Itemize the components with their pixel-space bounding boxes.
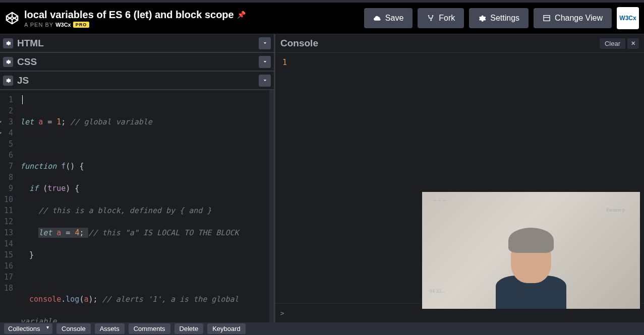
pro-badge: PRO (73, 22, 90, 28)
footer-bar: Collections Console Assets Comments Dele… (0, 322, 644, 335)
line-num: 1 (0, 94, 13, 105)
pen-title-text: local variables of ES 6 (let) and block … (24, 9, 234, 21)
js-panel-header[interactable]: JS (0, 72, 274, 90)
line-gutter: 1 2 ▾3 ▾4 5 6 7 8 9 10 11 12 13 14 15 16… (0, 90, 16, 322)
js-gear-button[interactable] (3, 76, 13, 86)
css-gear-button[interactable] (3, 57, 13, 67)
save-button[interactable]: Save (364, 8, 413, 28)
pen-title: local variables of ES 6 (let) and block … (24, 9, 359, 21)
js-code-editor[interactable]: 1 2 ▾3 ▾4 5 6 7 8 9 10 11 12 13 14 15 16… (0, 90, 274, 322)
avatar-text: W3Cx (619, 15, 636, 22)
footer-keyboard-button[interactable]: Keyboard (207, 323, 246, 334)
fork-icon (427, 14, 435, 22)
cloud-icon (373, 14, 381, 22)
main-area: HTML CSS JS 1 2 (0, 34, 644, 322)
css-panel-title: CSS (17, 56, 255, 68)
pen-byline: A PEN BY W3Cx PRO (24, 22, 359, 28)
line-num: 17 (0, 272, 13, 283)
whiteboard-text: ～～～ (432, 197, 447, 204)
fork-label: Fork (439, 14, 455, 23)
app-header: local variables of ES 6 (let) and block … (0, 3, 644, 34)
html-gear-button[interactable] (3, 38, 13, 48)
svg-rect-3 (544, 16, 550, 21)
author-link[interactable]: W3Cx (55, 22, 71, 28)
text-cursor (22, 95, 23, 104)
console-output-line: 1 (282, 58, 287, 67)
code-body[interactable]: let a = 1; // global variable function f… (16, 90, 274, 322)
line-num: 18 (0, 283, 13, 294)
css-dropdown-button[interactable] (259, 56, 271, 68)
console-pane: Console Clear 1 > ～～～ Params p 04 33... (275, 34, 644, 322)
title-block: local variables of ES 6 (let) and block … (24, 9, 359, 28)
line-num: 14 (0, 238, 13, 249)
codepen-logo[interactable] (5, 11, 19, 25)
collections-select[interactable]: Collections (4, 323, 52, 334)
line-num: 12 (0, 216, 13, 227)
webcam-person (496, 225, 566, 306)
gear-icon (6, 40, 11, 46)
editor-pane: HTML CSS JS 1 2 (0, 34, 275, 322)
whiteboard-text: 04 33... (430, 288, 445, 294)
settings-label: Settings (490, 14, 519, 23)
line-num: 15 (0, 249, 13, 260)
chevron-down-icon (262, 78, 268, 83)
js-panel-title: JS (17, 75, 255, 86)
gear-icon (6, 59, 11, 64)
line-num: 11 (0, 205, 13, 216)
console-title: Console (280, 38, 600, 49)
html-dropdown-button[interactable] (259, 37, 271, 49)
change-view-button[interactable]: Change View (534, 8, 612, 28)
prompt-arrow-icon: > (280, 309, 284, 317)
line-num: 13 (0, 227, 13, 238)
footer-assets-button[interactable]: Assets (95, 323, 125, 334)
chevron-down-icon (262, 40, 268, 46)
gear-icon (6, 78, 11, 83)
line-num: 7 (0, 161, 13, 172)
footer-comments-button[interactable]: Comments (129, 323, 170, 334)
header-buttons: Save Fork Settings Change View W3Cx (364, 7, 639, 29)
footer-console-button[interactable]: Console (56, 323, 91, 334)
line-num: 8 (0, 172, 13, 183)
whiteboard-text: Params p (606, 207, 625, 213)
line-num: ▾3 (0, 116, 13, 127)
gear-icon (478, 14, 486, 22)
pin-icon[interactable]: 📌 (237, 11, 246, 19)
save-label: Save (385, 14, 403, 23)
close-icon (630, 40, 636, 46)
console-clear-button[interactable]: Clear (600, 38, 625, 49)
js-dropdown-button[interactable] (259, 75, 271, 87)
line-num: 16 (0, 260, 13, 272)
line-num: 10 (0, 194, 13, 205)
line-num: 5 (0, 139, 13, 150)
line-num: 9 (0, 183, 13, 194)
fork-button[interactable]: Fork (418, 8, 464, 28)
byline-prefix: A PEN BY (24, 22, 53, 28)
change-view-label: Change View (555, 14, 603, 23)
html-panel-title: HTML (17, 38, 255, 49)
collections-select-wrap: Collections (4, 323, 52, 334)
webcam-overlay: ～～～ Params p 04 33... (422, 192, 640, 309)
css-panel-header[interactable]: CSS (0, 53, 274, 72)
fold-arrow-icon[interactable]: ▾ (0, 116, 2, 127)
console-header: Console Clear (275, 34, 644, 53)
chevron-down-icon (262, 59, 268, 64)
line-num: 2 (0, 105, 13, 116)
scrollbar[interactable] (269, 90, 274, 322)
console-close-button[interactable] (627, 38, 639, 49)
settings-button[interactable]: Settings (469, 8, 529, 28)
line-num: 6 (0, 150, 13, 161)
avatar[interactable]: W3Cx (617, 7, 639, 29)
footer-delete-button[interactable]: Delete (174, 323, 204, 334)
fold-arrow-icon[interactable]: ▾ (0, 127, 2, 139)
layout-icon (543, 14, 551, 22)
html-panel-header[interactable]: HTML (0, 34, 274, 53)
line-num: ▾4 (0, 127, 13, 139)
